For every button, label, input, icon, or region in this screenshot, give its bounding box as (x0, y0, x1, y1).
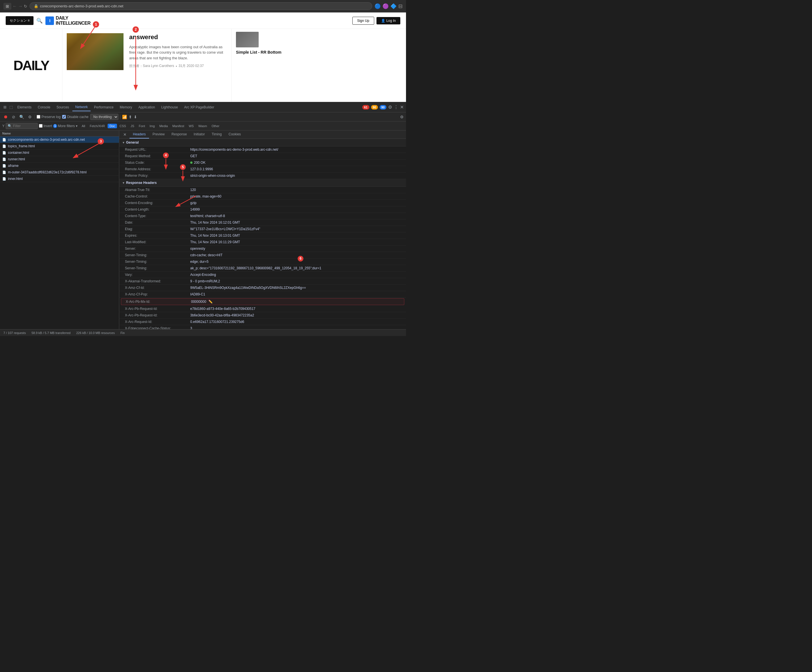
network-settings-btn[interactable]: ⚙ (400, 115, 404, 119)
details-tab-initiator[interactable]: Initiator (190, 131, 208, 138)
disable-cache-checkbox[interactable] (62, 115, 66, 119)
disable-cache-label[interactable]: Disable cache (62, 115, 88, 119)
file-item-2[interactable]: 📄 container.html (0, 150, 119, 156)
general-section-header[interactable]: ▼ General (119, 139, 406, 146)
site-search-btn[interactable]: 🔍 (36, 18, 43, 24)
filter-bar: Y 🔍 Invert 1 More filters ▾ All Fetch/XH… (0, 121, 406, 131)
filter-input[interactable] (13, 124, 36, 128)
details-tab-preview[interactable]: Preview (149, 131, 168, 138)
record-btn[interactable]: ⏺ (2, 114, 9, 120)
filter-img-btn[interactable]: Img (148, 124, 157, 128)
details-tab-cookies[interactable]: Cookies (225, 131, 244, 138)
details-tab-timing[interactable]: Timing (208, 131, 225, 138)
content-encoding-label: Content-Encoding: (125, 201, 188, 205)
website-content: セクション ≡ 🔍 I DAILYINTELLIGENCER Sign Up 👤… (0, 12, 406, 102)
filter-other-btn[interactable]: Other (210, 124, 222, 128)
url-bar[interactable]: 🔒 corecomponents-arc-demo-3-prod.web.arc… (29, 2, 372, 10)
more-filters-btn[interactable]: More filters ▾ (58, 124, 77, 128)
remote-address-label: Remote Address: (125, 167, 188, 171)
tab-elements[interactable]: Elements (14, 104, 34, 111)
clear-btn[interactable]: ⊘ (11, 114, 17, 120)
preserve-log-checkbox[interactable] (37, 115, 40, 119)
invert-label[interactable]: Invert (39, 124, 52, 128)
filter-ws-btn[interactable]: WS (187, 124, 196, 128)
file-item-0[interactable]: 📄 corecomponents-arc-demo-3-prod.web.arc… (0, 136, 119, 143)
file-item-6[interactable]: 📄 inner.html (0, 176, 119, 182)
close-devtools-btn[interactable]: ✕ (400, 104, 404, 110)
etag-value: W/"17337-2xe1UBcs+LOWCl+Y1Da15i1zFv4" (190, 227, 260, 231)
search-network-btn[interactable]: 🔍 (18, 114, 25, 120)
filter-fetch-btn[interactable]: Fetch/XHR (88, 124, 107, 128)
browser-menu-btn[interactable]: ⊟ (398, 3, 403, 9)
settings-icon-btn[interactable]: ⚙ (388, 104, 392, 110)
rh-content-type: Content-Type: text/html; charset=utf-8 (119, 213, 406, 219)
tab-arcxp[interactable]: Arc XP PageBuilder (181, 104, 217, 111)
server-timing-3-value: ak_p; desc="1731600721192_388667110_5968… (190, 266, 321, 270)
request-method-label: Request Method: (125, 154, 188, 158)
nav-refresh-btn[interactable]: ↻ (24, 4, 27, 9)
filter-media-btn[interactable]: Media (157, 124, 170, 128)
content-type-value: text/html; charset=utf-8 (190, 214, 225, 218)
response-headers-section-header[interactable]: ▼ Response Headers (119, 179, 406, 187)
rh-x-arc-pb-request-1: X-Arc-Pb-Request-Id: e78d1860-a973-440e-… (119, 306, 406, 312)
devtools-inspect-btn[interactable]: ⬚ (8, 104, 14, 111)
extension-btn-1[interactable]: 🔵 (374, 3, 381, 9)
tab-performance[interactable]: Performance (91, 104, 116, 111)
filter-manifest-btn[interactable]: Manifest (171, 124, 186, 128)
expires-value: Thu, 14 Nov 2024 16:13:01 GMT (190, 233, 240, 238)
filter-wasm-btn[interactable]: Wasm (196, 124, 209, 128)
filter-network-btn[interactable]: ⚙ (27, 114, 33, 120)
sign-up-btn[interactable]: Sign Up (352, 17, 374, 25)
devtools-panel-btn[interactable]: ⊞ (2, 104, 8, 111)
file-item-4[interactable]: 📄 aframe (0, 163, 119, 169)
upload-icon-btn[interactable]: ⬆ (129, 115, 132, 119)
preserve-log-label[interactable]: Preserve log (37, 115, 60, 119)
tab-network[interactable]: Network (72, 103, 90, 111)
filter-doc-btn[interactable]: Doc (107, 124, 117, 128)
file-item-3[interactable]: 📄 runner.html (0, 156, 119, 163)
wifi-icon-btn[interactable]: 📶 (122, 115, 127, 119)
cache-control-value: private, max-age=60 (190, 194, 222, 198)
filter-css-btn[interactable]: CSS (118, 124, 128, 128)
warning-badge: 90 (371, 105, 378, 109)
tab-sources[interactable]: Sources (54, 104, 72, 111)
tab-console[interactable]: Console (35, 104, 53, 111)
sidebar-toggle-btn[interactable]: ⊞ (3, 3, 11, 10)
filter-font-btn[interactable]: Font (137, 124, 147, 128)
log-in-btn[interactable]: 👤 Log In (377, 17, 400, 24)
tab-memory[interactable]: Memory (117, 104, 135, 111)
file-name-1: topics_frame.html (8, 144, 117, 148)
referrer-policy-value: strict-origin-when-cross-origin (190, 174, 235, 178)
devtools-tabs-bar: ⊞ ⬚ Elements Console Sources Network Per… (0, 102, 406, 112)
invert-checkbox[interactable] (39, 124, 43, 128)
filter-js-btn[interactable]: JS (129, 124, 136, 128)
site-menu-btn[interactable]: セクション ≡ (6, 16, 34, 25)
filter-icon: Y (2, 124, 5, 128)
rh-server-timing-2: Server-Timing: edge; dur=5 (119, 259, 406, 265)
extension-btn-2[interactable]: 🟣 (382, 3, 389, 9)
filter-all-btn[interactable]: All (80, 124, 87, 128)
tab-application[interactable]: Application (135, 104, 158, 111)
file-item-1[interactable]: 📄 topics_frame.html (0, 143, 119, 150)
edit-value-btn[interactable]: ✏️ (208, 300, 213, 304)
browser-nav: ⊞ ← → ↻ (3, 3, 27, 10)
content-area: DAILY answered Apocalyptic images have b… (0, 29, 406, 102)
download-icon-btn[interactable]: ⬇ (134, 115, 137, 119)
file-name-3: runner.html (8, 157, 117, 161)
request-url-value: https://corecomponents-arc-demo-3-prod.w… (190, 148, 278, 151)
site-logo-text: DAILYINTELLIGENCER (56, 15, 90, 26)
file-item-5[interactable]: 📄 m-outer-3437aaddcdf6922d623e172c2d6f92… (0, 169, 119, 176)
throttle-select[interactable]: No throttling (90, 114, 118, 120)
details-tab-response[interactable]: Response (168, 131, 190, 138)
vary-value: Accept-Encoding (190, 273, 216, 277)
extension-btn-3[interactable]: 🔷 (391, 3, 397, 9)
close-details-btn[interactable]: ✕ (121, 131, 128, 138)
nav-forward-btn[interactable]: → (18, 4, 23, 9)
details-tab-headers[interactable]: Headers (130, 131, 149, 138)
devtools: ⊞ ⬚ Elements Console Sources Network Per… (0, 102, 406, 336)
tab-lighthouse[interactable]: Lighthouse (159, 104, 181, 111)
file-list: Name 📄 corecomponents-arc-demo-3-prod.we… (0, 131, 119, 329)
more-options-btn[interactable]: ⋮ (394, 104, 398, 110)
site-logo-icon: I (45, 17, 54, 25)
nav-back-btn[interactable]: ← (12, 4, 17, 9)
